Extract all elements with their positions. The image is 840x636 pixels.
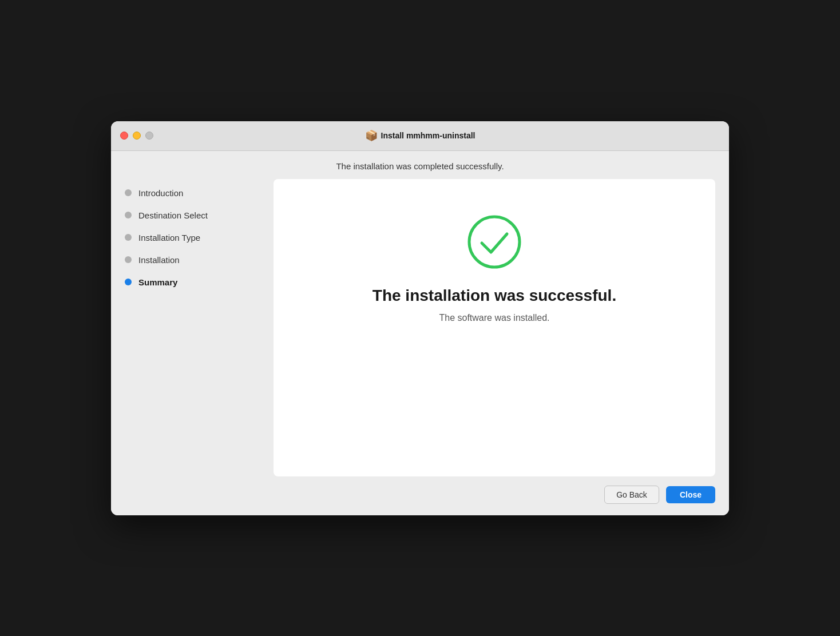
go-back-button[interactable]: Go Back: [604, 486, 659, 504]
window-title-text: Install mmhmm-uninstall: [381, 131, 476, 140]
sidebar-item-installation: Installation: [125, 255, 274, 265]
window-title: 📦 Install mmhmm-uninstall: [365, 129, 476, 142]
success-subtext: The software was installed.: [439, 313, 550, 323]
success-icon: [466, 213, 523, 271]
success-heading: The installation was successful.: [373, 287, 616, 305]
sidebar-item-destination-select: Destination Select: [125, 210, 274, 220]
maximize-button: [145, 132, 153, 140]
titlebar: 📦 Install mmhmm-uninstall: [111, 121, 729, 151]
sidebar-label-installation-type: Installation Type: [138, 233, 200, 243]
sidebar-dot-introduction: [125, 189, 132, 196]
sidebar-label-installation: Installation: [138, 255, 180, 265]
sidebar-item-installation-type: Installation Type: [125, 233, 274, 243]
banner-text: The installation was completed successfu…: [336, 161, 504, 171]
main-panel: The installation was successful. The sof…: [274, 179, 715, 476]
close-button[interactable]: [120, 132, 128, 140]
sidebar-label-introduction: Introduction: [138, 188, 183, 198]
sidebar-label-destination-select: Destination Select: [138, 210, 208, 220]
traffic-lights: [120, 132, 153, 140]
sidebar-item-introduction: Introduction: [125, 188, 274, 198]
sidebar-dot-destination-select: [125, 212, 132, 218]
sidebar-label-summary: Summary: [138, 277, 177, 287]
sidebar: Introduction Destination Select Installa…: [125, 179, 274, 476]
sidebar-dot-installation: [125, 256, 132, 263]
footer: Go Back Close: [111, 476, 729, 515]
sidebar-dot-installation-type: [125, 234, 132, 241]
content-area: Introduction Destination Select Installa…: [111, 179, 729, 476]
close-button-footer[interactable]: Close: [666, 486, 715, 503]
package-icon: 📦: [365, 129, 378, 142]
sidebar-dot-summary: [125, 279, 132, 285]
minimize-button[interactable]: [133, 132, 141, 140]
installer-window: 📦 Install mmhmm-uninstall The installati…: [111, 121, 729, 515]
completion-banner: The installation was completed successfu…: [111, 151, 729, 179]
window-body: The installation was completed successfu…: [111, 151, 729, 515]
sidebar-item-summary: Summary: [125, 277, 274, 287]
svg-point-0: [469, 217, 520, 267]
